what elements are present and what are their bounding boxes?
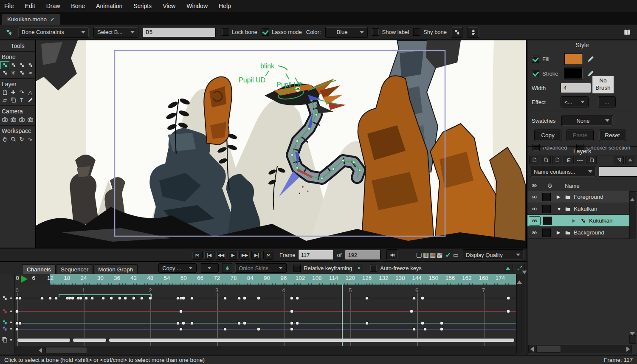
keyframe[interactable] — [296, 322, 299, 325]
roll-camera-tool[interactable] — [18, 116, 26, 123]
collapse-arrow-icon[interactable]: ▼ — [557, 206, 562, 212]
menu-bone[interactable]: Bone — [71, 3, 85, 9]
keyframe[interactable] — [79, 296, 83, 300]
stereo-layer-tool[interactable] — [9, 96, 17, 104]
menu-animation[interactable]: Animation — [96, 3, 122, 9]
keyframe[interactable] — [101, 296, 105, 300]
menu-edit[interactable]: Edit — [25, 3, 35, 9]
transform-layer-tool[interactable] — [1, 89, 9, 96]
select-bone-dropdown[interactable]: Select B... — [93, 27, 138, 38]
no-brush-button[interactable]: No Brush — [592, 75, 614, 94]
layer-filter-input[interactable] — [599, 166, 637, 177]
keyframe[interactable] — [18, 322, 22, 325]
bone-color-dropdown[interactable]: Blue — [325, 27, 368, 38]
current-frame-input[interactable] — [298, 250, 334, 260]
play-button[interactable]: ▶ — [228, 251, 238, 260]
layers-scroll-down-button[interactable] — [629, 335, 636, 344]
keyframe[interactable] — [290, 322, 294, 325]
tab-sequencer[interactable]: Sequencer — [56, 264, 93, 274]
collapse-panel-button[interactable] — [625, 156, 635, 164]
layer-comp-button[interactable] — [586, 156, 597, 164]
keyframe[interactable] — [18, 296, 22, 300]
reference-layer-button[interactable] — [552, 156, 562, 164]
timeline-collapse-button[interactable] — [503, 264, 513, 272]
follow-path-tool[interactable]: ↷ — [18, 89, 26, 96]
tab-channels[interactable]: Channels — [22, 264, 56, 274]
new-layer-button[interactable] — [529, 156, 539, 164]
scroll-right-arrow-icon[interactable] — [626, 347, 630, 352]
copy-style-button[interactable]: Copy — [534, 130, 561, 141]
copy-menu-dropdown[interactable]: Copy ... — [158, 263, 197, 273]
mute-audio-button[interactable] — [386, 249, 398, 260]
shear-layer-tool[interactable]: ▱ — [1, 96, 9, 104]
keyframe[interactable] — [110, 296, 113, 300]
loop-playback-button[interactable]: ⋈ — [192, 251, 203, 260]
rotate-workspace-tool[interactable]: ↻ — [18, 135, 26, 143]
rotate-layer-xy-tool[interactable]: △ — [26, 89, 34, 96]
detach-panel-button[interactable] — [614, 156, 624, 164]
tool-group-dropdown[interactable]: Bone Constraints — [18, 27, 89, 38]
keyframe[interactable] — [365, 296, 369, 300]
keyframe-menu-dropdown[interactable] — [200, 263, 219, 273]
zoom-camera-tool[interactable] — [9, 116, 17, 123]
expand-arrow-icon[interactable]: ▶ — [572, 218, 577, 223]
fill-color-swatch[interactable] — [564, 53, 583, 65]
keyframe[interactable] — [70, 296, 74, 300]
merge-bone-button[interactable] — [467, 27, 479, 38]
switch-layer-bar[interactable] — [73, 338, 107, 342]
select-bone-tool[interactable] — [1, 62, 9, 69]
keyframe[interactable] — [290, 310, 294, 313]
keyframe[interactable] — [179, 327, 183, 331]
layer-visibility-toggle[interactable] — [529, 216, 541, 226]
scroll-left-arrow-icon[interactable] — [530, 347, 534, 352]
keyframe[interactable] — [420, 322, 424, 325]
keyframe[interactable] — [290, 296, 294, 300]
bone-strength-tool[interactable]: ✳ — [9, 69, 17, 76]
bone-label-pupil-ud[interactable]: Pupil UD — [239, 76, 265, 84]
insert-text-tool[interactable]: T — [18, 96, 26, 104]
timeline-vertical-scrollbar[interactable] — [516, 274, 525, 354]
keyframe[interactable] — [118, 296, 121, 300]
timeline-tracks[interactable]: 01234567 — [15, 285, 516, 346]
keyframe[interactable] — [296, 296, 299, 300]
reset-style-button[interactable]: Reset — [599, 130, 626, 141]
keyframe[interactable] — [15, 327, 19, 331]
display-quality-dropdown[interactable]: Display Quality — [462, 249, 524, 260]
jump-start-button[interactable]: |◀ — [204, 251, 214, 260]
pan-workspace-tool[interactable] — [1, 135, 9, 143]
canvas[interactable]: blink Pupil UD Pupil LR — [36, 40, 526, 248]
zoom-workspace-tool[interactable] — [9, 135, 17, 143]
layers-vertical-scrollbar[interactable] — [629, 191, 636, 239]
reparent-bone-tool[interactable] — [26, 62, 34, 69]
keyframe[interactable] — [243, 322, 247, 325]
keyframe[interactable] — [420, 296, 424, 300]
step-forward-button[interactable]: ▶▶ — [240, 251, 250, 260]
keyframe[interactable] — [440, 327, 444, 331]
keyframe[interactable] — [290, 327, 294, 331]
layer-visibility-toggle[interactable] — [529, 193, 540, 201]
keyframe[interactable] — [507, 296, 510, 300]
flexi-bind-tool[interactable]: ≈ — [26, 69, 34, 76]
keyframe[interactable] — [237, 296, 241, 300]
keyframe[interactable] — [176, 322, 180, 325]
keyframe[interactable] — [124, 296, 127, 300]
bone-label-pupil-lr[interactable]: Pupil LR — [276, 81, 302, 88]
total-frames-input[interactable] — [345, 250, 381, 260]
auto-freeze-keys-checkbox[interactable] — [370, 265, 377, 272]
keyframe[interactable] — [140, 296, 144, 300]
keyframe[interactable] — [90, 296, 94, 300]
layer-row-foreground[interactable]: ▶ Foreground — [527, 191, 632, 203]
expand-arrow-icon[interactable]: ▶ — [557, 230, 562, 235]
keyframe[interactable] — [15, 310, 19, 313]
keyframe[interactable] — [48, 296, 52, 300]
bone-label-blink[interactable]: blink — [260, 62, 275, 70]
stroke-checkbox[interactable] — [532, 70, 539, 77]
effect-more-button[interactable]: ... — [598, 96, 616, 107]
bone-name-input[interactable] — [143, 27, 216, 37]
paste-style-button[interactable]: Paste — [567, 130, 594, 141]
eyedropper-tool[interactable] — [26, 96, 34, 104]
lasso-mode-checkbox[interactable] — [262, 28, 269, 36]
lock-bone-checkbox[interactable] — [222, 28, 229, 36]
keyframe[interactable] — [243, 296, 247, 300]
keyframe[interactable] — [40, 296, 44, 300]
